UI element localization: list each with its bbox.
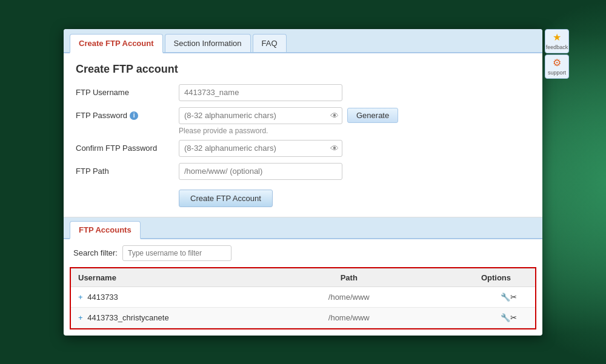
password-label: FTP Password i	[76, 111, 179, 120]
confirm-password-wrap: 👁	[179, 140, 342, 157]
password-eye-icon[interactable]: 👁	[330, 111, 339, 121]
username-input-wrap	[179, 84, 342, 101]
create-button-row: Create FTP Account	[76, 186, 530, 207]
tools-icon-1[interactable]: 🔧✂	[501, 293, 517, 302]
options-cell-1: 🔧✂	[407, 286, 535, 307]
table-row: + 4413733_christycanete /home/www 🔧✂	[71, 307, 535, 328]
ftp-path-label: FTP Path	[76, 167, 179, 176]
col-username: Username	[71, 268, 291, 286]
create-ftp-account-button[interactable]: Create FTP Account	[179, 190, 273, 207]
search-filter-label: Search filter:	[73, 248, 118, 257]
col-path: Path	[291, 268, 407, 286]
accounts-section: FTP Accounts Search filter: Username Pat…	[64, 217, 542, 329]
feedback-label: feedback	[546, 44, 568, 50]
table-header-row: Username Path Options	[71, 268, 535, 286]
confirm-password-row: Confirm FTP Password 👁	[76, 140, 530, 157]
col-options: Options	[407, 268, 535, 286]
feedback-button[interactable]: ★ feedback	[545, 29, 569, 53]
top-tabs-bar: Create FTP Account Section Information F…	[64, 29, 542, 53]
star-icon: ★	[553, 31, 561, 43]
path-cell-2: /home/www	[291, 307, 407, 328]
confirm-password-label: Confirm FTP Password	[76, 144, 179, 153]
accounts-tabs-bar: FTP Accounts	[64, 217, 542, 239]
ftp-path-wrap	[179, 163, 342, 180]
tab-ftp-accounts[interactable]: FTP Accounts	[70, 221, 141, 239]
side-buttons: ★ feedback ⚙ support	[545, 29, 569, 79]
username-cell-1: + 4413733	[71, 286, 291, 307]
ftp-path-input[interactable]	[179, 163, 342, 180]
ftp-password-input[interactable]	[179, 107, 342, 124]
username-row: FTP Username	[76, 84, 530, 101]
ftp-path-row: FTP Path	[76, 163, 530, 180]
generate-button[interactable]: Generate	[347, 108, 398, 123]
plus-icon-2[interactable]: +	[78, 313, 83, 322]
support-button[interactable]: ⚙ support	[545, 55, 569, 79]
tab-section-info[interactable]: Section Information	[165, 34, 251, 52]
password-row: FTP Password i 👁 Generate	[76, 107, 530, 124]
accounts-table: Username Path Options + 4413733 /home/ww…	[71, 268, 535, 328]
main-panel: ★ feedback ⚙ support Create FTP Account …	[64, 29, 542, 336]
confirm-eye-icon[interactable]: 👁	[330, 144, 339, 153]
search-row: Search filter:	[64, 239, 542, 267]
tab-faq[interactable]: FAQ	[253, 34, 287, 52]
password-input-wrap: 👁	[179, 107, 342, 124]
plus-icon-1[interactable]: +	[78, 293, 83, 302]
create-ftp-section: Create FTP account FTP Username FTP Pass…	[64, 53, 542, 217]
username-cell-2: + 4413733_christycanete	[71, 307, 291, 328]
username-label: FTP Username	[76, 88, 179, 97]
support-icon: ⚙	[553, 57, 561, 68]
search-input[interactable]	[122, 245, 231, 261]
accounts-table-wrap: Username Path Options + 4413733 /home/ww…	[70, 267, 536, 329]
tab-create-ftp[interactable]: Create FTP Account	[70, 34, 163, 53]
table-row: + 4413733 /home/www 🔧✂	[71, 286, 535, 307]
page-title: Create FTP account	[76, 63, 530, 76]
path-cell-1: /home/www	[291, 286, 407, 307]
tools-icon-2[interactable]: 🔧✂	[501, 313, 517, 322]
confirm-ftp-password-input[interactable]	[179, 140, 342, 157]
support-label: support	[548, 70, 566, 76]
options-cell-2: 🔧✂	[407, 307, 535, 328]
password-hint: Please provide a password.	[179, 127, 530, 135]
info-icon[interactable]: i	[130, 111, 138, 120]
ftp-username-input[interactable]	[179, 84, 342, 101]
